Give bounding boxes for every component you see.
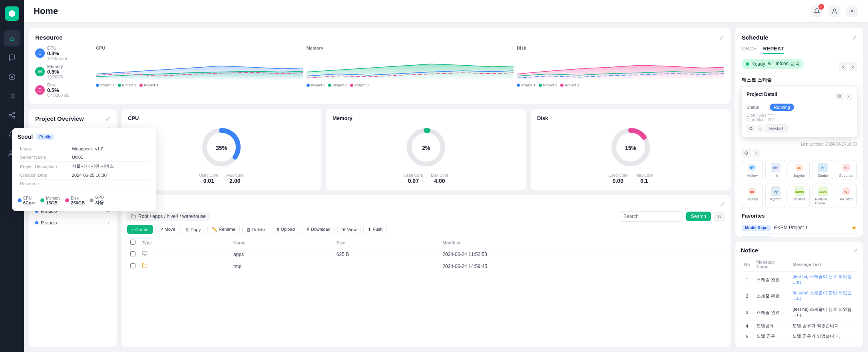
popup-settings2[interactable]: ⚙ [747,125,755,132]
notice-card: Notice ⤢ No Message Name Message Text 1 [735,242,863,347]
fav-star-2[interactable]: ★ [852,236,857,237]
disk-percentage: 15% [625,142,636,152]
disk-sub: 0.47/100 GB [47,93,70,98]
header: Home 2 [24,0,868,23]
file-size-2 [333,260,440,272]
page-title: Home [34,6,58,16]
resource-expand[interactable]: ⤢ [719,34,724,41]
sidebar-item-chat[interactable] [4,50,20,66]
rstudio-item-5[interactable]: R studio → [35,218,110,228]
schedule-next[interactable]: › [849,62,857,71]
popup-prev[interactable]: ‹ [846,93,852,100]
table-row[interactable]: tmp 2024-06-24 14:59:45 [127,260,725,272]
tool-cuda[interactable]: CUDA NVIDIA CUDA [812,184,833,208]
res-memory: Memory 15GB [40,195,60,206]
info-label-resource: Resource [18,180,70,188]
sidebar-item-home[interactable]: ⌂ [4,30,20,46]
tool-pytorch[interactable]: PyT PyTorch [836,184,857,208]
memory-max-value: 4.00 [431,178,448,184]
info-value-resource [70,180,150,188]
tab-repeat[interactable]: REPEAT [763,46,784,54]
sidebar-logo[interactable] [5,6,19,21]
notification-button[interactable]: 2 [810,5,823,18]
popup-settings[interactable]: ⚙ [835,93,844,100]
notice-no-4: 4 [741,321,753,331]
notification-badge: 2 [818,4,824,10]
tool-jupyter[interactable]: Ju Jupyter [789,160,810,180]
schedule-expand[interactable]: ⤢ [852,34,857,41]
row-checkbox-2[interactable] [130,263,135,268]
project-overview-expand[interactable]: ⤢ [106,116,110,122]
tool-cudnn[interactable]: cuDNN cuDNN [789,184,810,208]
favorite-item-2[interactable]: Model Repo EXEM Project 2 ★ [742,234,857,237]
upload-button[interactable]: ⬆ Upload [272,225,299,234]
disk-chart-title: Disk [517,46,724,50]
tool-superset[interactable]: Su Superset [836,160,857,180]
table-row[interactable]: apps 625 B 2024-06-24 11:52:53 [127,248,725,260]
running-badge: Running [770,104,794,111]
rename-button[interactable]: ✏️ Rename [207,225,240,234]
notice-expand[interactable]: ⤢ [853,247,858,254]
volume-expand[interactable]: ⤢ [720,201,725,207]
row-checkbox-1[interactable] [130,251,135,256]
tool-airflow[interactable]: AF Airflow [742,160,763,180]
info-row-desc: Project Description 서울시 대시면 서비스 [18,162,150,171]
popup-prev2[interactable]: ‹ [757,125,763,132]
cpu-used-label: Used Core [199,173,218,178]
seoul-title: Seoul [18,134,33,140]
view-button[interactable]: 👁 View [337,225,361,234]
tool-nifi[interactable]: nifi nifi [765,160,786,180]
notice-msgtext-4: 모델 공유가 되었습니다. [789,321,858,331]
cpu-used-value: 0.01 [199,178,218,184]
notice-msgname-2: 스케줄 완료 [753,288,790,304]
svg-line-12 [11,114,13,115]
col-type: Type [139,237,230,248]
info-value-server: Util01 [70,153,150,162]
move-button[interactable]: ↗ Move [155,225,180,234]
settings-button[interactable] [846,5,858,18]
volume-refresh-button[interactable]: ↻ [714,212,725,222]
schedule-title: Schedule [742,34,768,41]
svg-point-14 [833,9,835,11]
col-size: Size [333,237,440,248]
volume-search-input[interactable] [619,211,683,222]
fav-name-1: EXEM Project 1 [774,225,848,230]
user-button[interactable] [828,5,841,18]
schedule-badge: Ready 8/1 Infcon 교육 [742,59,804,69]
cpu-name: CPU [47,46,67,50]
sidebar-item-share[interactable] [4,107,20,123]
tools-prev[interactable]: ‹ [753,149,760,158]
disk-value: 0.5% [47,87,70,93]
seoul-popup: Seoul Public Image Woodpeck_v1.0 Server … [12,128,156,211]
fav-name-2: EXEM Project 2 [774,236,848,237]
create-button[interactable]: + Create [127,225,153,234]
download-button[interactable]: ⬇ Download [302,225,335,234]
push-button[interactable]: ⬆ Push [363,225,387,234]
favorite-item-1[interactable]: Model Repo EXEM Project 1 ★ [742,222,857,234]
fav-star-1[interactable]: ★ [852,224,857,231]
restart-button[interactable]: Restart [765,124,788,132]
tools-settings[interactable]: ⚙ [742,149,751,158]
disk-max-value: 0.1 [635,178,653,184]
delete-button[interactable]: 🗑 Delete [242,225,269,234]
tool-studio[interactable]: St Studio [812,160,833,180]
tool-ubuntu[interactable]: ub ubuntu [742,184,763,208]
memory-name: Memory [47,64,63,69]
notice-table: No Message Name Message Text 1 스케줄 완료 [t… [741,258,858,342]
svg-text:AF: AF [750,166,755,170]
select-all-checkbox[interactable] [130,240,135,245]
file-type-2 [139,260,230,272]
tool-python[interactable]: Py Python [765,184,786,208]
sidebar-item-list[interactable] [4,88,20,104]
tab-once[interactable]: ONCE [742,46,757,54]
volume-card: Volume ⤢ Root / apps / hive4 / warehouse… [121,195,731,347]
resource-title: Resource [35,34,62,41]
cpu-donut-title: CPU [128,115,139,121]
sidebar-item-explore[interactable] [4,69,20,85]
schedule-prev[interactable]: ‹ [839,62,847,71]
fav-badge-2: Model Repo [742,236,771,237]
copy-button[interactable]: ⎘ Copy [182,225,205,234]
notice-msgtext-2: [test-ha] 스케줄이 중단 되었습니다. [789,288,858,304]
volume-search-button[interactable]: Search [686,212,711,221]
info-row-server: Server Name Util01 [18,153,150,162]
